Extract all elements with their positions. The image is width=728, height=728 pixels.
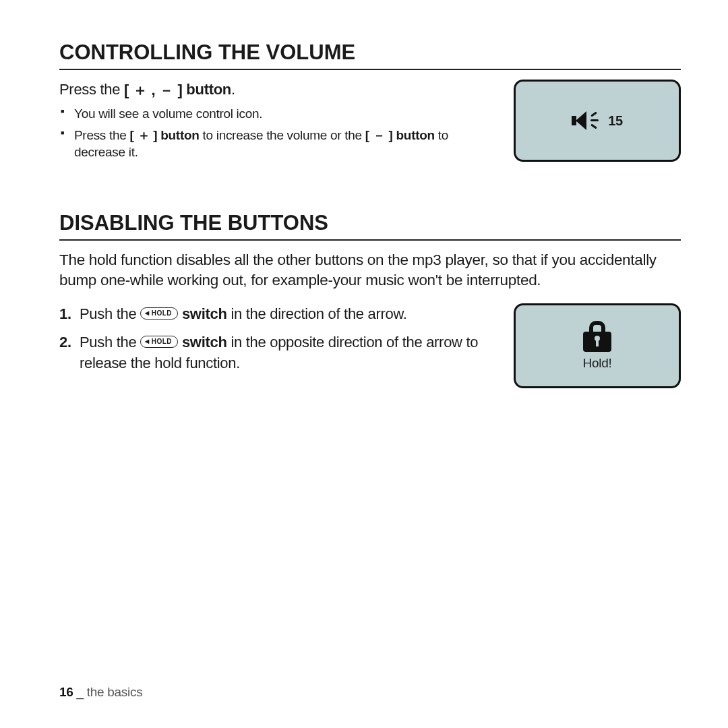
bullet-item: Press the [ ＋ ] button to increase the v… bbox=[59, 127, 495, 161]
hold-caption: Hold! bbox=[583, 356, 612, 371]
section-title: CONTROLLING THE VOLUME bbox=[59, 40, 681, 70]
section-disabling-buttons: DISABLING THE BUTTONS The hold function … bbox=[59, 211, 681, 388]
volume-bullet-list: You will see a volume control icon. Pres… bbox=[59, 105, 495, 161]
step-item: 2. Push the HOLD switch in the opposite … bbox=[59, 332, 495, 375]
hold-switch-icon: HOLD bbox=[140, 307, 178, 320]
hold-steps-list: 1. Push the HOLD switch in the direction… bbox=[59, 303, 495, 375]
hold-switch-icon: HOLD bbox=[140, 336, 178, 348]
chapter-name: the basics bbox=[87, 685, 143, 699]
page-number: 16 bbox=[59, 685, 73, 699]
volume-level-value: 15 bbox=[608, 113, 623, 129]
section-controlling-volume: CONTROLLING THE VOLUME Press the [ ＋ , －… bbox=[59, 40, 681, 165]
page-footer: 16 _ the basics bbox=[59, 685, 142, 700]
hold-screen-illustration: Hold! bbox=[514, 303, 681, 388]
plus-button-label: [ ＋ ] button bbox=[130, 128, 200, 142]
plus-minus-glyph: [ ＋ , － ] bbox=[124, 82, 183, 98]
section-title: DISABLING THE BUTTONS bbox=[59, 211, 681, 241]
bullet-item: You will see a volume control icon. bbox=[59, 105, 495, 123]
minus-button-label: [ － ] button bbox=[365, 128, 435, 142]
lock-icon bbox=[583, 321, 611, 352]
speaker-icon bbox=[572, 109, 601, 132]
step-item: 1. Push the HOLD switch in the direction… bbox=[59, 303, 495, 325]
volume-screen-illustration: 15 bbox=[514, 80, 681, 162]
volume-subhead: Press the [ ＋ , － ] button. bbox=[59, 80, 495, 100]
hold-intro-text: The hold function disables all the other… bbox=[59, 250, 681, 291]
